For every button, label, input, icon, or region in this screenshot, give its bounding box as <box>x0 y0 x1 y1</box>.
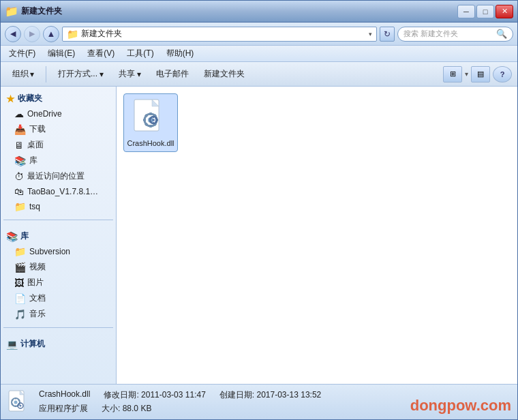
lib-icon: 📚 <box>14 155 26 166</box>
email-button[interactable]: 电子邮件 <box>150 65 195 82</box>
svg-rect-14 <box>153 116 154 118</box>
refresh-button[interactable]: ↻ <box>380 27 395 42</box>
svg-rect-4 <box>149 112 152 115</box>
sidebar-item-lib[interactable]: 📚 库 <box>1 153 116 168</box>
search-icon[interactable]: 🔍 <box>496 29 507 39</box>
libraries-label: 库 <box>20 230 29 242</box>
window-title: 新建文件夹 <box>21 5 62 17</box>
status-type: 应用程序扩展 <box>39 403 88 415</box>
sidebar: ★ 收藏夹 ☁ OneDrive 📥 下载 🖥 桌面 📚 库 <box>1 87 117 384</box>
pictures-icon: 🖼 <box>14 278 24 288</box>
svg-rect-17 <box>153 122 154 124</box>
svg-rect-24 <box>15 397 16 400</box>
explorer-window: 📁 新建文件夹 ─ □ ✕ ◀ ▶ ▲ 📁 新建文件夹 ▾ ↻ 搜索 新建文件夹… <box>0 0 518 420</box>
favorites-label: 收藏夹 <box>18 93 42 104</box>
up-button[interactable]: ▲ <box>43 26 59 42</box>
favorites-section: ★ 收藏夹 ☁ OneDrive 📥 下载 🖥 桌面 📚 库 <box>1 87 116 215</box>
menu-view[interactable]: 查看(V) <box>82 46 120 61</box>
desktop-icon: 🖥 <box>14 140 24 151</box>
status-row-2: 应用程序扩展 大小: 88.0 KB <box>39 403 511 415</box>
title-bar: 📁 新建文件夹 ─ □ ✕ <box>1 1 517 22</box>
organize-button[interactable]: 组织 ▾ <box>6 65 40 82</box>
search-placeholder[interactable]: 搜索 新建文件夹 <box>403 29 493 39</box>
title-bar-left: 📁 新建文件夹 <box>5 5 62 18</box>
status-info: CrashHook.dll 修改日期: 2011-03-03 11:47 创建日… <box>39 389 511 415</box>
download-icon: 📥 <box>14 124 26 135</box>
computer-label: 计算机 <box>20 338 45 350</box>
favorites-header[interactable]: ★ 收藏夹 <box>1 91 116 106</box>
status-bar: CrashHook.dll 修改日期: 2011-03-03 11:47 创建日… <box>1 384 517 419</box>
menu-bar: 文件(F) 编辑(E) 查看(V) 工具(T) 帮助(H) <box>1 46 517 62</box>
search-wrap: 搜索 新建文件夹 🔍 <box>397 27 513 42</box>
computer-section: 💻 计算机 <box>1 332 116 353</box>
libraries-section: 📚 库 📁 Subversion 🎬 视频 🖼 图片 📄 文档 <box>1 224 116 323</box>
address-bar: ◀ ▶ ▲ 📁 新建文件夹 ▾ ↻ 搜索 新建文件夹 🔍 <box>1 22 517 46</box>
status-file-icon <box>7 390 32 415</box>
address-text[interactable]: 新建文件夹 <box>81 28 366 40</box>
sidebar-item-subversion[interactable]: 📁 Subversion <box>1 244 116 259</box>
close-button[interactable]: ✕ <box>496 5 513 18</box>
sidebar-item-recent[interactable]: ⏱ 最近访问的位置 <box>1 168 116 184</box>
menu-file[interactable]: 文件(F) <box>3 46 41 61</box>
sidebar-item-tsq[interactable]: 📁 tsq <box>1 199 116 214</box>
status-filename: CrashHook.dll <box>39 389 90 401</box>
minimize-button[interactable]: ─ <box>457 5 475 18</box>
window-icon: 📁 <box>5 5 18 18</box>
restore-button[interactable]: □ <box>476 5 494 18</box>
sidebar-item-documents[interactable]: 📄 文档 <box>1 290 116 306</box>
sidebar-item-taobao[interactable]: 🛍 TaoBao_V1.7.8.10.. <box>1 184 116 199</box>
computer-icon: 💻 <box>6 339 18 350</box>
libraries-header[interactable]: 📚 库 <box>1 228 116 244</box>
sidebar-item-pictures[interactable]: 🖼 图片 <box>1 275 116 290</box>
svg-rect-10 <box>143 119 146 121</box>
recent-icon: ⏱ <box>14 171 24 182</box>
svg-point-13 <box>152 119 155 121</box>
menu-edit[interactable]: 编辑(E) <box>42 46 80 61</box>
folder-icon: 📁 <box>14 201 26 212</box>
svg-rect-8 <box>149 125 152 127</box>
svg-point-23 <box>14 400 18 404</box>
status-modify: 修改日期: 2011-03-03 11:47 <box>104 389 205 401</box>
sidebar-item-music[interactable]: 🎵 音乐 <box>1 306 116 322</box>
menu-help[interactable]: 帮助(H) <box>161 46 200 61</box>
toolbar: 组织 ▾ 打开方式... ▾ 共享 ▾ 电子邮件 新建文件夹 ⊞ ▾ ▤ ? <box>1 62 517 87</box>
back-button[interactable]: ◀ <box>5 26 21 42</box>
status-row-1: CrashHook.dll 修改日期: 2011-03-03 11:47 创建日… <box>39 389 511 401</box>
status-size: 大小: 88.0 KB <box>102 403 151 415</box>
address-folder-icon: 📁 <box>67 29 78 40</box>
status-create: 创建日期: 2017-03-13 13:52 <box>219 389 321 401</box>
file-item-crashhook[interactable]: CrashHook.dll <box>123 93 178 152</box>
main-content: ★ 收藏夹 ☁ OneDrive 📥 下载 🖥 桌面 📚 库 <box>1 87 517 384</box>
view-dropdown[interactable]: ▾ <box>465 70 468 78</box>
star-icon: ★ <box>6 93 15 104</box>
address-dropdown-icon[interactable]: ▾ <box>369 31 372 38</box>
sidebar-item-video[interactable]: 🎬 视频 <box>1 259 116 275</box>
taobao-icon: 🛍 <box>14 186 24 197</box>
open-with-button[interactable]: 打开方式... ▾ <box>52 65 110 82</box>
documents-icon: 📄 <box>14 293 26 304</box>
library-icon: 📚 <box>6 231 18 242</box>
sidebar-item-onedrive[interactable]: ☁ OneDrive <box>1 106 116 121</box>
forward-button[interactable]: ▶ <box>24 26 40 42</box>
help-btn[interactable]: ? <box>493 66 512 82</box>
sidebar-divider-2 <box>3 327 113 328</box>
dll-file-icon <box>132 98 170 136</box>
sidebar-item-desktop[interactable]: 🖥 桌面 <box>1 137 116 153</box>
onedrive-icon: ☁ <box>14 108 24 119</box>
view-toggle-btn[interactable]: ⊞ <box>443 66 462 82</box>
share-button[interactable]: 共享 ▾ <box>112 65 147 82</box>
file-area: CrashHook.dll <box>117 87 517 384</box>
sidebar-item-downloads[interactable]: 📥 下载 <box>1 121 116 137</box>
computer-header[interactable]: 💻 计算机 <box>1 336 116 352</box>
toolbar-right: ⊞ ▾ ▤ ? <box>443 66 512 82</box>
music-icon: 🎵 <box>14 309 26 320</box>
svg-point-31 <box>20 404 22 406</box>
title-bar-buttons: ─ □ ✕ <box>457 5 513 18</box>
new-folder-button[interactable]: 新建文件夹 <box>198 65 251 82</box>
details-pane-btn[interactable]: ▤ <box>471 66 490 82</box>
address-input-wrap: 📁 新建文件夹 ▾ <box>62 27 377 42</box>
file-label-crashhook: CrashHook.dll <box>127 139 174 147</box>
menu-tools[interactable]: 工具(T) <box>121 46 159 61</box>
toolbar-sep-1 <box>46 66 46 82</box>
svg-rect-27 <box>15 405 16 407</box>
